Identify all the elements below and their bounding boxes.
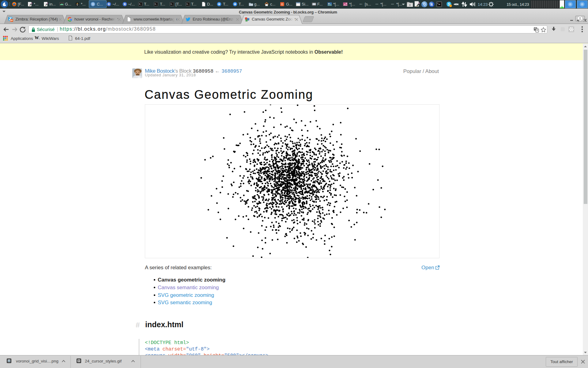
svg-text:G: G: [281, 3, 283, 6]
svg-text:9+: 9+: [10, 19, 13, 22]
svg-text:R: R: [430, 2, 433, 7]
svg-text:R: R: [108, 2, 110, 6]
svg-text:$_: $_: [187, 3, 189, 5]
svg-text:$_: $_: [155, 3, 157, 5]
svg-text:R: R: [124, 2, 126, 6]
svg-text:$_: $_: [139, 3, 141, 5]
svg-text:$_: $_: [171, 3, 173, 5]
svg-text:$: $: [437, 3, 438, 5]
